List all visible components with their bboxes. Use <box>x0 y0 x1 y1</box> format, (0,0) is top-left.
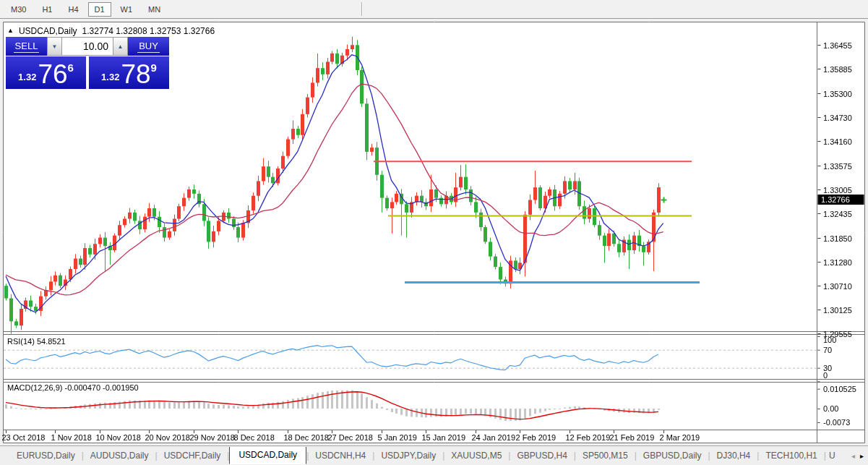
one-click-trading-widget: SELL ▼ ▲ BUY 1.32 76 6 1.32 78 9 <box>6 37 169 89</box>
timeframe-button-m30[interactable]: M30 <box>4 2 33 17</box>
symbol-tab-xauusd-m5[interactable]: XAUUSD,M5 <box>444 448 508 464</box>
order-controls-row: SELL ▼ ▲ BUY <box>6 37 169 56</box>
timeframe-button-mn[interactable]: MN <box>142 2 167 17</box>
symbol-tab-audusd-daily[interactable]: AUDUSD,Daily <box>84 448 155 464</box>
rsi-indicator-label: RSI(14) 54.8521 <box>7 337 66 346</box>
arrow-down-icon: ▼ <box>52 43 58 50</box>
chart-ohlc-header: ▲ USDCAD,Daily 1.32774 1.32808 1.32753 1… <box>7 26 215 36</box>
sell-price-small: 1.32 <box>18 72 36 82</box>
symbol-tabs: EURUSD,Daily|AUDUSD,Daily|USDCHF,Daily|U… <box>10 447 850 465</box>
sell-price-big: 76 <box>38 64 67 85</box>
volume-decrease-button[interactable]: ▼ <box>47 37 62 56</box>
symbol-tab-gbpusd-daily[interactable]: GBPUSD,Daily <box>637 448 708 464</box>
symbol-tab-eurusd-daily[interactable]: EURUSD,Daily <box>10 448 82 464</box>
buy-price-small: 1.32 <box>101 72 119 82</box>
symbol-tab-usdjpy-daily[interactable]: USDJPY,Daily <box>374 448 442 464</box>
trading-terminal: M30H1H4D1W1MN ▲ USDCAD,Daily 1.32774 1.3… <box>0 0 868 465</box>
tab-scroll-controls: ◂ ▸ <box>851 452 868 460</box>
symbol-tab-tech100-h1[interactable]: TECH100,H1 <box>759 448 823 464</box>
tab-scroll-left-icon[interactable]: ◂ <box>851 452 855 460</box>
symbol-tab-bar: EURUSD,Daily|AUDUSD,Daily|USDCHF,Daily|U… <box>0 445 868 465</box>
buy-button-label: BUY <box>137 40 160 53</box>
symbol-tab-gbpusd-h4[interactable]: GBPUSD,H4 <box>510 448 573 464</box>
timeframe-buttons: M30H1H4D1W1MN <box>4 2 167 17</box>
sell-button-label: SELL <box>14 40 40 53</box>
macd-indicator-label: MACD(12,26,9) -0.000470 -0.001950 <box>7 383 139 392</box>
timeframe-button-w1[interactable]: W1 <box>114 2 139 17</box>
buy-price-panel[interactable]: 1.32 78 9 <box>89 56 169 89</box>
timeframe-button-d1[interactable]: D1 <box>88 2 111 17</box>
tab-scroll-right-icon[interactable]: ▸ <box>860 452 864 460</box>
chart-symbol-label: USDCAD,Daily <box>19 26 77 36</box>
arrow-up-icon: ▲ <box>118 43 124 50</box>
volume-increase-button[interactable]: ▲ <box>113 37 128 56</box>
buy-button[interactable]: BUY <box>128 37 169 56</box>
symbol-tab-dj30-h4[interactable]: DJ30,H4 <box>710 448 757 464</box>
symbol-tab-overflow[interactable]: U <box>826 448 838 464</box>
sell-price-panel[interactable]: 1.32 76 6 <box>6 56 86 89</box>
symbol-tab-usdcnh-h4[interactable]: USDCNH,H4 <box>309 448 372 464</box>
symbol-tab-usdchf-daily[interactable]: USDCHF,Daily <box>158 448 228 464</box>
chart-ohlc-values: 1.32774 1.32808 1.32753 1.32766 <box>82 26 215 36</box>
timeframe-button-h4[interactable]: H4 <box>61 2 85 17</box>
sell-button[interactable]: SELL <box>6 37 47 56</box>
buy-price-big: 78 <box>121 64 150 85</box>
sell-price-sup: 6 <box>68 61 74 74</box>
collapse-triangle-icon[interactable]: ▲ <box>7 27 14 34</box>
volume-input[interactable] <box>62 37 113 56</box>
timeframe-button-h1[interactable]: H1 <box>35 2 59 17</box>
symbol-tab-sp500-m15[interactable]: SP500,M15 <box>576 448 635 464</box>
buy-price-sup: 9 <box>151 61 157 74</box>
symbol-tab-usdcad-daily[interactable]: USDCAD,Daily <box>229 447 306 464</box>
timeframe-toolbar: M30H1H4D1W1MN <box>0 0 868 19</box>
toolbar-separator <box>361 2 363 16</box>
order-prices-row: 1.32 76 6 1.32 78 9 <box>6 56 169 89</box>
